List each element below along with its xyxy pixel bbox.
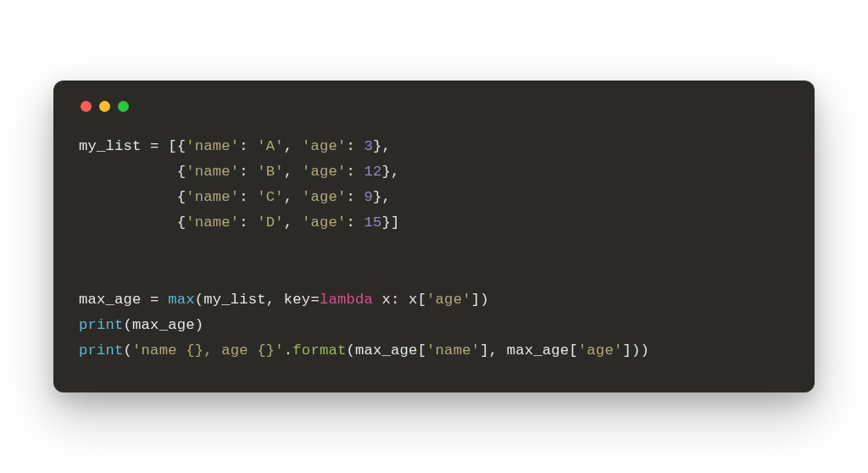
code-token: 'name' bbox=[186, 164, 239, 180]
code-token: 'C' bbox=[257, 189, 284, 205]
code-token: 15 bbox=[364, 214, 381, 231]
window-controls bbox=[81, 101, 789, 112]
code-token: : bbox=[346, 189, 364, 205]
code-token: print bbox=[79, 317, 124, 333]
code-token: ], max_age[ bbox=[480, 342, 578, 359]
code-token: 9 bbox=[364, 189, 373, 205]
code-token: : bbox=[239, 214, 257, 231]
code-token: ( bbox=[124, 342, 133, 359]
code-token: max bbox=[168, 292, 195, 308]
code-token: 'age' bbox=[302, 138, 347, 154]
code-line: {'name': 'D', 'age': 15}] bbox=[79, 214, 400, 231]
code-token: 'age' bbox=[426, 292, 471, 308]
code-token: : bbox=[346, 214, 364, 231]
code-token: 'name {}, age {}' bbox=[132, 342, 284, 359]
code-line: my_list = [{'name': 'A', 'age': 3}, bbox=[79, 138, 391, 154]
code-token: 'D' bbox=[257, 214, 284, 231]
code-window: my_list = [{'name': 'A', 'age': 3}, {'na… bbox=[53, 81, 815, 392]
code-line: {'name': 'C', 'age': 9}, bbox=[79, 189, 391, 205]
code-token: }, bbox=[373, 189, 391, 205]
minimize-icon[interactable] bbox=[99, 101, 110, 112]
code-token: { bbox=[79, 189, 186, 205]
code-token: }, bbox=[382, 164, 400, 180]
code-token: max_age = bbox=[79, 292, 168, 308]
code-block: my_list = [{'name': 'A', 'age': 3}, {'na… bbox=[79, 134, 789, 364]
code-line: max_age = max(my_list, key=lambda x: x['… bbox=[79, 292, 489, 308]
code-token: }, bbox=[373, 138, 391, 154]
code-token: (max_age) bbox=[124, 317, 204, 333]
code-token: 'name' bbox=[186, 138, 239, 154]
code-line: print('name {}, age {}'.format(max_age['… bbox=[79, 342, 649, 359]
code-token: : bbox=[346, 164, 364, 180]
code-token: 'age' bbox=[302, 189, 347, 205]
code-token: ]) bbox=[471, 292, 489, 308]
code-token: : bbox=[239, 189, 257, 205]
code-token: 12 bbox=[364, 164, 381, 180]
code-token: 'name' bbox=[426, 342, 480, 359]
code-line: print(max_age) bbox=[79, 317, 203, 333]
code-token: : bbox=[346, 138, 364, 154]
code-token: 'A' bbox=[257, 138, 284, 154]
code-token: format bbox=[292, 342, 346, 359]
code-token: ])) bbox=[622, 342, 649, 359]
code-token: 'age' bbox=[578, 342, 623, 359]
code-token: , bbox=[284, 214, 302, 231]
code-token: 3 bbox=[364, 138, 373, 154]
code-token: print bbox=[79, 342, 124, 359]
code-token: 'age' bbox=[302, 164, 347, 180]
close-icon[interactable] bbox=[81, 101, 92, 112]
code-token: (max_age[ bbox=[346, 342, 426, 359]
code-token: , bbox=[284, 189, 302, 205]
code-token: }] bbox=[382, 214, 400, 231]
code-token: , bbox=[284, 138, 302, 154]
code-token: . bbox=[284, 342, 293, 359]
code-token: , bbox=[284, 164, 302, 180]
code-token: { bbox=[79, 164, 186, 180]
code-token: { bbox=[79, 214, 186, 231]
code-token: 'age' bbox=[302, 214, 347, 231]
code-token: lambda bbox=[320, 292, 373, 308]
code-token: 'name' bbox=[186, 189, 239, 205]
code-token: my_list = [{ bbox=[79, 138, 186, 154]
code-token: (my_list, key= bbox=[195, 292, 320, 308]
code-token: 'B' bbox=[257, 164, 284, 180]
code-token: x: x[ bbox=[373, 292, 426, 308]
maximize-icon[interactable] bbox=[118, 101, 129, 112]
code-line: {'name': 'B', 'age': 12}, bbox=[79, 164, 400, 180]
code-token: 'name' bbox=[186, 214, 239, 231]
code-token: : bbox=[239, 164, 257, 180]
code-token: : bbox=[239, 138, 257, 154]
